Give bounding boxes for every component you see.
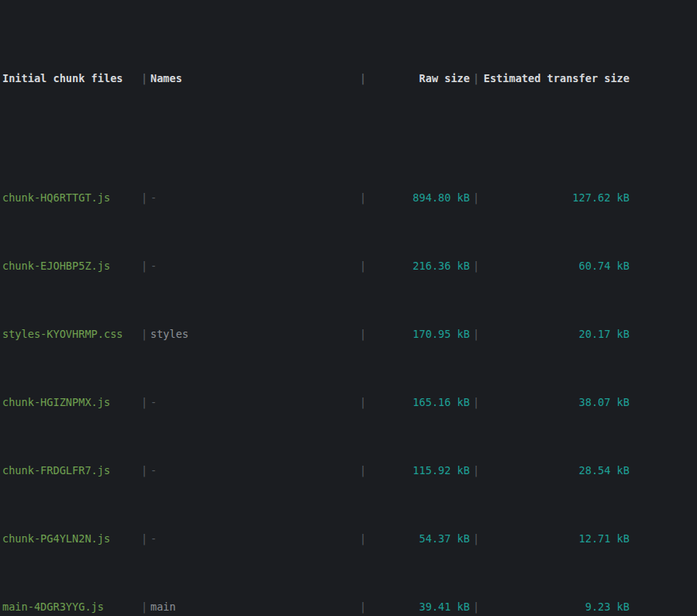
- chunk-file-name: chunk-HQ6RTTGT.js: [2, 189, 138, 206]
- chunk-transfer-size: 12.71 kB: [482, 530, 630, 547]
- column-separator: |: [357, 530, 369, 547]
- chunk-file-name: main-4DGR3YYG.js: [2, 598, 138, 615]
- column-separator: |: [470, 394, 482, 411]
- chunk-row: styles-KYOVHRMP.css | styles | 170.95 kB…: [2, 325, 697, 342]
- chunk-bundle-name: -: [150, 257, 357, 274]
- chunk-transfer-size: 38.07 kB: [482, 394, 630, 411]
- chunk-bundle-name: -: [150, 394, 357, 411]
- column-separator: |: [470, 189, 482, 206]
- chunk-row: chunk-FRDGLFR7.js | - | 115.92 kB | 28.5…: [2, 462, 697, 479]
- chunk-row: chunk-EJOHBP5Z.js | - | 216.36 kB | 60.7…: [2, 257, 697, 274]
- column-separator: |: [357, 598, 369, 615]
- chunk-bundle-name: -: [150, 462, 357, 479]
- header-raw-size: Raw size: [369, 70, 470, 87]
- column-separator: |: [470, 598, 482, 615]
- chunk-row: chunk-HQ6RTTGT.js | - | 894.80 kB | 127.…: [2, 189, 697, 206]
- column-separator: |: [357, 189, 369, 206]
- chunk-file-name: chunk-HGIZNPMX.js: [2, 394, 138, 411]
- column-separator: |: [138, 394, 150, 411]
- column-separator: |: [470, 462, 482, 479]
- chunk-bundle-name: styles: [150, 325, 357, 342]
- column-separator: |: [357, 70, 369, 87]
- table-header-row: Initial chunk files | Names | Raw size |…: [2, 70, 697, 87]
- chunk-transfer-size: 9.23 kB: [482, 598, 630, 615]
- column-separator: |: [357, 257, 369, 274]
- chunk-file-name: styles-KYOVHRMP.css: [2, 325, 138, 342]
- chunk-raw-size: 39.41 kB: [369, 598, 470, 615]
- column-separator: |: [138, 257, 150, 274]
- chunk-transfer-size: 28.54 kB: [482, 462, 630, 479]
- chunk-row: main-4DGR3YYG.js | main | 39.41 kB | 9.2…: [2, 598, 697, 615]
- chunk-raw-size: 894.80 kB: [369, 189, 470, 206]
- column-separator: |: [138, 598, 150, 615]
- column-separator: |: [357, 462, 369, 479]
- chunk-file-name: chunk-PG4YLN2N.js: [2, 530, 138, 547]
- column-separator: |: [138, 325, 150, 342]
- column-separator: |: [138, 189, 150, 206]
- chunk-bundle-name: -: [150, 189, 357, 206]
- chunk-raw-size: 216.36 kB: [369, 257, 470, 274]
- chunk-raw-size: 115.92 kB: [369, 462, 470, 479]
- column-separator: |: [470, 257, 482, 274]
- chunk-transfer-size: 20.17 kB: [482, 325, 630, 342]
- chunk-bundle-name: main: [150, 598, 357, 615]
- chunk-row: chunk-HGIZNPMX.js | - | 165.16 kB | 38.0…: [2, 394, 697, 411]
- header-initial-chunk-files: Initial chunk files: [2, 70, 138, 87]
- chunk-raw-size: 54.37 kB: [369, 530, 470, 547]
- chunk-transfer-size: 60.74 kB: [482, 257, 630, 274]
- chunk-file-name: chunk-FRDGLFR7.js: [2, 462, 138, 479]
- column-separator: |: [138, 530, 150, 547]
- column-separator: |: [357, 394, 369, 411]
- column-separator: |: [470, 325, 482, 342]
- terminal-output[interactable]: Initial chunk files | Names | Raw size |…: [0, 0, 697, 616]
- column-separator: |: [357, 325, 369, 342]
- header-names: Names: [150, 70, 357, 87]
- column-separator: |: [470, 530, 482, 547]
- column-separator: |: [138, 70, 150, 87]
- chunk-transfer-size: 127.62 kB: [482, 189, 630, 206]
- chunk-raw-size: 170.95 kB: [369, 325, 470, 342]
- column-separator: |: [138, 462, 150, 479]
- chunk-file-name: chunk-EJOHBP5Z.js: [2, 257, 138, 274]
- header-estimated-transfer-size: Estimated transfer size: [482, 70, 630, 87]
- column-separator: |: [470, 70, 482, 87]
- chunk-row: chunk-PG4YLN2N.js | - | 54.37 kB | 12.71…: [2, 530, 697, 547]
- chunk-bundle-name: -: [150, 530, 357, 547]
- chunk-raw-size: 165.16 kB: [369, 394, 470, 411]
- chunk-rows-container: chunk-HQ6RTTGT.js | - | 894.80 kB | 127.…: [2, 155, 697, 616]
